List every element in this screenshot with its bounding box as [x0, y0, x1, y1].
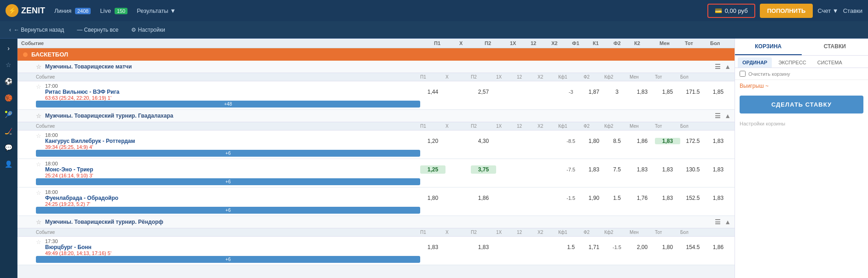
match-2-2-bol[interactable]: 1,83	[706, 166, 731, 173]
match-1-bol[interactable]: 1,85	[706, 89, 731, 95]
clear-button[interactable]: Очистить корзину	[748, 71, 790, 77]
match-2-3-more[interactable]: +6	[36, 207, 420, 214]
match-2-2-men[interactable]: 1,83	[655, 166, 680, 173]
match-2-3-men[interactable]: 1,83	[655, 195, 680, 201]
match-3-1-p1[interactable]: 1,83	[420, 244, 446, 250]
tournament-1-star[interactable]: ☆	[36, 63, 41, 70]
deposit-button[interactable]: ПОПОЛНИТЬ	[760, 4, 813, 18]
collapse-button[interactable]: — Свернуть все	[71, 24, 124, 36]
make-bet-button[interactable]: СДЕЛАТЬ СТАВКУ	[740, 96, 863, 113]
match-2-1-kf2[interactable]: 1,86	[630, 138, 655, 144]
tournament-3-right: ☰ ▲	[715, 218, 731, 226]
nav-live[interactable]: Live 150	[100, 7, 127, 14]
match-2-2-kf1[interactable]: 1,83	[584, 166, 604, 173]
match-2-3-kf1[interactable]: 1,90	[584, 195, 604, 201]
match-2-1-star[interactable]: ☆	[36, 132, 41, 139]
match-2-3-p1[interactable]: 1,80	[420, 195, 446, 201]
nav-results[interactable]: Результаты ▼	[137, 7, 176, 14]
match-3-1-name[interactable]: Вюрцбург - Бонн	[45, 244, 111, 250]
col-bol: Бол	[710, 40, 731, 46]
match-2-2-star[interactable]: ☆	[36, 161, 41, 168]
sidebar-icon-hockey[interactable]: 🏒	[1, 123, 17, 139]
match-2-2-f2: 7.5	[604, 166, 630, 173]
match-2-2-p2[interactable]: 3,75	[471, 165, 496, 174]
sidebar-icon-star[interactable]: ☆	[1, 57, 17, 73]
match-1-more[interactable]: +48	[36, 101, 420, 108]
balance-button[interactable]: 💳 0,00 руб	[707, 4, 755, 18]
match-2-1-time: 18:00	[45, 132, 135, 138]
bet-type-system[interactable]: СИСТЕМА	[813, 57, 847, 68]
match-1-men[interactable]: 1,85	[655, 89, 680, 95]
match-1-kf1[interactable]: 1,87	[584, 89, 604, 95]
match-2-1-kf1[interactable]: 1,80	[584, 138, 604, 144]
sidebar-icon-basketball[interactable]: 🏀	[1, 90, 17, 106]
match-3-1-men[interactable]: 1,80	[655, 244, 680, 250]
match-3-1-more[interactable]: +6	[36, 256, 420, 263]
match-3-1-kf1[interactable]: 1,71	[584, 244, 604, 250]
cart-tabs: КОРЗИНА СТАВКИ	[735, 39, 868, 56]
match-2-2-kf2[interactable]: 1,83	[630, 166, 655, 173]
sidebar-icon-tennis[interactable]: 🎾	[1, 107, 17, 122]
bet-type-ordinar[interactable]: ОРДИНАР	[738, 57, 772, 68]
match-3-1-tot: 154.5	[680, 244, 706, 250]
match-2-2-tot: 130.5	[680, 166, 706, 173]
logo[interactable]: ⚡ ZENIT	[6, 4, 45, 17]
tab-bets[interactable]: СТАВКИ	[802, 39, 868, 55]
match-3-1-p2[interactable]: 1,83	[471, 244, 496, 250]
match-1-name[interactable]: Ритас Вильнюс - ВЭФ Рига	[45, 89, 119, 95]
tournament-2-list-icon[interactable]: ☰	[715, 112, 721, 119]
match-3-1-star[interactable]: ☆	[36, 238, 41, 245]
match-1-f2: 3	[604, 89, 630, 95]
match-2-1-p2[interactable]: 4,30	[471, 138, 496, 144]
tournament-1-collapse-icon[interactable]: ▲	[724, 63, 731, 70]
match-2-2-more[interactable]: +6	[36, 178, 420, 185]
tournament-1-right: ☰ ▲	[715, 63, 731, 70]
tournament-2-collapse-icon[interactable]: ▲	[724, 112, 731, 119]
sidebar-icon-person[interactable]: 👤	[1, 156, 17, 172]
match-2-1-more[interactable]: +6	[36, 150, 420, 157]
match-row: ☆ 18:00 Кангурус Виллебрук - Роттердам 3…	[17, 130, 735, 159]
tab-cart[interactable]: КОРЗИНА	[735, 39, 802, 55]
match-1-info: ☆ 17:00 Ритас Вильнюс - ВЭФ Рига 63:63 (…	[36, 83, 420, 101]
sidebar-icon-chat[interactable]: 💬	[1, 140, 17, 155]
tournament-3-header: ☆ Мужчины. Товарищеский турнир. Рёндорф …	[17, 216, 735, 228]
match-3-1-info: ☆ 17:30 Вюрцбург - Бонн 49:49 (18:20, 14…	[36, 238, 420, 256]
bets-button[interactable]: Ставки	[843, 7, 862, 14]
sidebar-icon-arrow[interactable]: ›	[1, 40, 17, 56]
cart-actions: Очистить корзину	[735, 68, 868, 80]
tournament-3-star[interactable]: ☆	[36, 219, 41, 226]
match-2-3-star[interactable]: ☆	[36, 189, 41, 196]
match-2-1-info: ☆ 18:00 Кангурус Виллебрук - Роттердам 3…	[36, 132, 420, 150]
match-1-p1[interactable]: 1,44	[420, 89, 446, 95]
tournament-3-collapse-icon[interactable]: ▲	[724, 218, 731, 226]
match-1-p2[interactable]: 2,57	[471, 89, 496, 95]
tournament-1-list-icon[interactable]: ☰	[715, 63, 721, 70]
match-2-3-kf2[interactable]: 1,76	[630, 195, 655, 201]
match-2-3-bol[interactable]: 1,83	[706, 195, 731, 201]
tournament-2-right: ☰ ▲	[715, 112, 731, 119]
tournament-3-list-icon[interactable]: ☰	[715, 218, 721, 226]
match-1-star[interactable]: ☆	[36, 83, 41, 90]
col-x: Х	[459, 40, 485, 46]
match-2-1-bol[interactable]: 1,83	[706, 138, 731, 144]
winnings-label[interactable]: Выигрыш ~	[735, 80, 868, 92]
match-2-1-name[interactable]: Кангурус Виллебрук - Роттердам	[45, 138, 135, 144]
bet-type-express[interactable]: ЭКСПРЕСС	[774, 57, 811, 68]
match-2-3-name[interactable]: Фуенлабрада - Обрадойро	[45, 195, 118, 201]
match-3-1-kf2[interactable]: 2,00	[630, 244, 655, 250]
nav-liniya[interactable]: Линия 2408	[54, 7, 91, 14]
match-2-1-men[interactable]: 1,83	[655, 138, 680, 144]
match-3-1-bol[interactable]: 1,86	[706, 244, 731, 250]
settings-button[interactable]: ⚙ Настройки	[126, 24, 170, 36]
match-2-1-p1[interactable]: 1,20	[420, 138, 446, 144]
match-2-3-p2[interactable]: 1,86	[471, 195, 496, 201]
tournament-2-header: ☆ Мужчины. Товарищеский турнир. Гвадалах…	[17, 110, 735, 122]
account-button[interactable]: Счет ▼	[817, 7, 838, 14]
tournament-2-star[interactable]: ☆	[36, 113, 41, 119]
match-2-2-p1[interactable]: 1,25	[420, 165, 446, 174]
match-1-kf2[interactable]: 1,83	[630, 89, 655, 95]
back-button[interactable]: ‹ ← Вернуться назад	[4, 24, 69, 36]
sidebar-icon-football[interactable]: ⚽	[1, 74, 17, 89]
clear-checkbox[interactable]	[740, 71, 746, 77]
match-2-2-name[interactable]: Монс-Эно - Триер	[45, 166, 93, 173]
